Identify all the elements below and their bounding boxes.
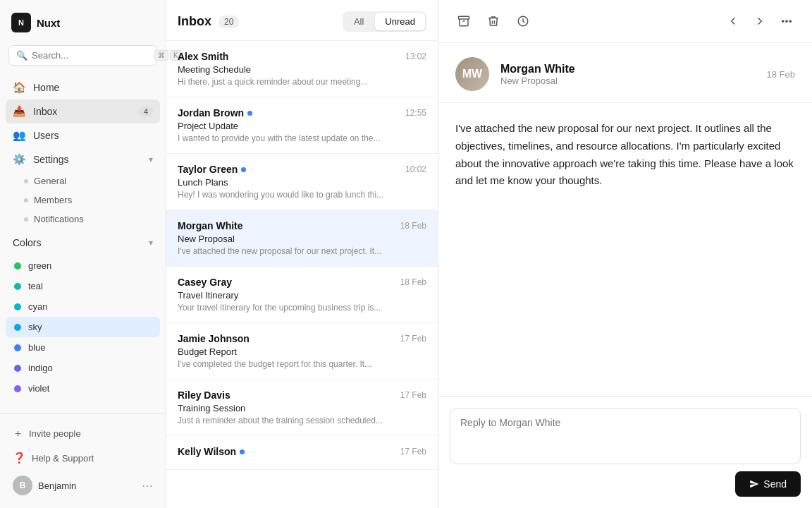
search-bar[interactable]: 🔍 ⌘ K <box>8 45 157 66</box>
color-label: indigo <box>28 363 53 373</box>
inbox-count: 20 <box>219 16 239 28</box>
message-time: 13:02 <box>405 52 426 61</box>
list-item[interactable]: Casey Gray 18 Feb Travel Itinerary Your … <box>166 267 438 323</box>
settings-icon: ⚙️ <box>13 153 26 166</box>
color-item-blue[interactable]: blue <box>6 337 160 358</box>
view-toolbar <box>438 0 812 43</box>
inbox-title: Inbox <box>178 14 211 29</box>
plus-icon: ＋ <box>13 427 23 440</box>
chevron-down-icon: ▾ <box>149 155 153 164</box>
search-icon: 🔍 <box>16 50 27 61</box>
list-header: Inbox 20 All Unread <box>166 0 438 41</box>
logo-icon: N <box>11 13 31 32</box>
list-item[interactable]: Jordan Brown 12:55 Project Update I want… <box>166 97 438 154</box>
sidebar-sub-label: General <box>34 176 66 186</box>
help-icon: ❓ <box>13 452 26 464</box>
teal-dot <box>14 283 21 290</box>
open-message-sender: Morgan White <box>500 63 756 75</box>
sidebar-item-home[interactable]: 🏠 Home <box>6 75 160 99</box>
color-item-sky[interactable]: sky <box>6 317 160 337</box>
help-support-button[interactable]: ❓ Help & Support <box>6 446 160 470</box>
sidebar-item-inbox[interactable]: 📥 Inbox 4 <box>6 99 160 123</box>
message-header-info: Morgan White New Proposal <box>500 63 756 86</box>
blue-dot <box>14 344 21 351</box>
color-label: violet <box>28 383 49 394</box>
users-icon: 👥 <box>13 129 26 142</box>
sidebar-item-label: Users <box>33 130 59 141</box>
cyan-dot <box>14 303 21 310</box>
app-name: Nuxt <box>37 17 60 29</box>
sidebar-item-members[interactable]: Members <box>11 190 154 210</box>
clock-button[interactable] <box>512 10 534 32</box>
send-button[interactable]: Send <box>735 471 801 497</box>
app-logo: N Nuxt <box>0 0 166 42</box>
filter-tabs: All Unread <box>343 11 426 32</box>
user-profile-button[interactable]: B Benjamin ⋯ <box>6 470 160 501</box>
filter-unread-tab[interactable]: Unread <box>375 13 425 30</box>
sidebar-item-general[interactable]: General <box>11 171 154 190</box>
list-item[interactable]: Kelly Wilson 17 Feb <box>166 436 438 470</box>
message-preview: I've completed the budget report for thi… <box>178 359 417 369</box>
list-item[interactable]: Jamie Johnson 17 Feb Budget Report I've … <box>166 323 438 380</box>
main-nav: 🏠 Home 📥 Inbox 4 👥 Users ⚙️ Settings ▾ G… <box>0 73 166 231</box>
reply-area: Send <box>438 396 812 508</box>
message-subject: Lunch Plans <box>178 177 426 188</box>
list-item[interactable]: Morgan White 18 Feb New Proposal I've at… <box>166 210 438 267</box>
invite-people-button[interactable]: ＋ Invite people <box>6 421 160 446</box>
color-item-teal[interactable]: teal <box>6 276 160 296</box>
sender-avatar: MW <box>455 57 489 91</box>
sidebar-item-label: Home <box>33 82 59 93</box>
color-item-cyan[interactable]: cyan <box>6 296 160 317</box>
color-item-green[interactable]: green <box>6 255 160 276</box>
inbox-badge: 4 <box>139 107 153 116</box>
sub-dot <box>24 179 28 183</box>
color-item-violet[interactable]: violet <box>6 378 160 399</box>
unread-indicator <box>241 167 246 172</box>
message-time: 17 Feb <box>400 390 426 400</box>
colors-header[interactable]: Colors ▾ <box>6 231 160 254</box>
sidebar-item-settings[interactable]: ⚙️ Settings ▾ <box>6 147 160 171</box>
forward-button[interactable] <box>749 10 771 32</box>
svg-rect-0 <box>459 16 469 19</box>
help-label: Help & Support <box>32 453 94 464</box>
message-subject: Travel Itinerary <box>178 290 426 301</box>
send-label: Send <box>763 478 787 490</box>
message-subject: Project Update <box>178 121 426 131</box>
indigo-dot <box>14 365 21 372</box>
open-message-subject: New Proposal <box>500 75 756 86</box>
svg-point-5 <box>789 20 791 22</box>
message-list: Inbox 20 All Unread Alex Smith 13:02 Mee… <box>166 0 438 508</box>
svg-point-3 <box>782 20 784 22</box>
message-time: 18 Feb <box>400 277 426 287</box>
color-label: cyan <box>28 301 47 312</box>
message-time: 10:02 <box>405 164 426 174</box>
user-name: Benjamin <box>38 480 136 491</box>
archive-button[interactable] <box>453 10 475 32</box>
message-time: 17 Feb <box>400 447 426 456</box>
filter-all-tab[interactable]: All <box>344 13 374 30</box>
open-message-header: MW Morgan White New Proposal 18 Feb <box>438 43 812 103</box>
list-item[interactable]: Riley Davis 17 Feb Training Session Just… <box>166 380 438 436</box>
color-label: sky <box>28 322 42 332</box>
colors-section: Colors ▾ green teal cyan sky blue <box>0 231 166 400</box>
violet-dot <box>14 385 21 392</box>
sidebar-item-notifications[interactable]: Notifications <box>11 210 154 229</box>
message-preview: I wanted to provide you with the latest … <box>178 133 417 143</box>
back-button[interactable] <box>722 10 744 32</box>
avatar: B <box>13 476 32 495</box>
message-sender: Kelly Wilson <box>178 446 245 457</box>
list-item[interactable]: Taylor Green 10:02 Lunch Plans Hey! I wa… <box>166 154 438 210</box>
sidebar-item-users[interactable]: 👥 Users <box>6 123 160 147</box>
reply-textarea[interactable] <box>450 408 801 464</box>
sidebar-footer: ＋ Invite people ❓ Help & Support B Benja… <box>0 413 166 508</box>
list-item[interactable]: Alex Smith 13:02 Meeting Schedule Hi the… <box>166 41 438 97</box>
message-sender: Morgan White <box>178 220 243 231</box>
search-input[interactable] <box>32 50 150 61</box>
trash-button[interactable] <box>482 10 505 32</box>
more-options-button[interactable] <box>775 10 798 32</box>
message-sender: Casey Gray <box>178 277 232 288</box>
color-item-indigo[interactable]: indigo <box>6 358 160 378</box>
message-sender: Riley Davis <box>178 389 230 401</box>
message-items: Alex Smith 13:02 Meeting Schedule Hi the… <box>166 41 438 508</box>
color-label: teal <box>28 281 43 291</box>
